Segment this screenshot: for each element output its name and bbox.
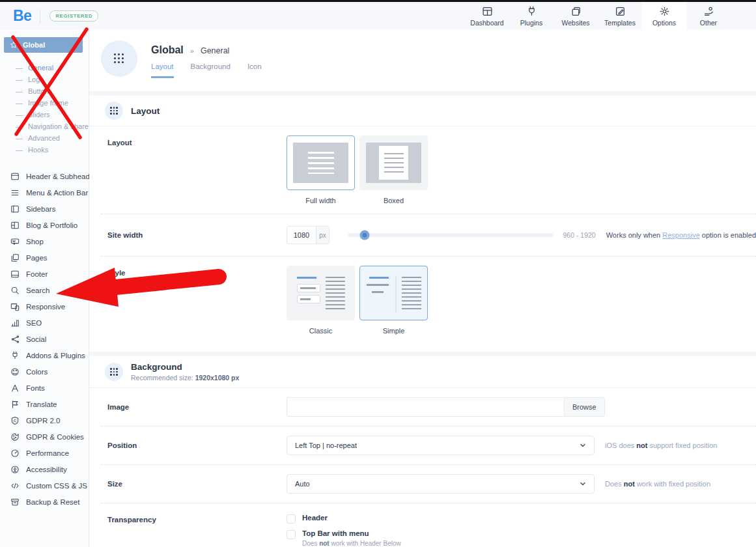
site-width-range: 960 - 1920 bbox=[563, 231, 595, 239]
seo-icon bbox=[10, 318, 20, 328]
checkbox-top-bar-with-menu[interactable]: Top Bar with menu Does not work with Hea… bbox=[287, 529, 756, 547]
sidebar-item-seo[interactable]: SEO bbox=[0, 315, 89, 331]
flag-icon bbox=[10, 400, 20, 409]
browse-button[interactable]: Browse bbox=[564, 397, 605, 417]
submenu-item-hooks[interactable]: —Hooks bbox=[16, 144, 89, 156]
style-field-row: Style bbox=[89, 257, 756, 352]
style-option-simple[interactable]: Simple bbox=[359, 266, 428, 335]
size-select[interactable]: Auto bbox=[287, 474, 595, 494]
cookie-icon bbox=[10, 432, 20, 442]
sidebar-item-search[interactable]: Search bbox=[0, 282, 89, 298]
submenu-item-logo[interactable]: —Logo bbox=[16, 74, 89, 85]
grid-dots-icon bbox=[110, 368, 118, 376]
submenu-item-button[interactable]: —Button bbox=[16, 85, 89, 97]
checkbox-box[interactable] bbox=[287, 530, 296, 539]
layout-option-full-width[interactable]: Full width bbox=[287, 135, 355, 204]
field-label: Position bbox=[107, 442, 287, 449]
page-title: Global bbox=[151, 44, 184, 56]
submenu-item-image-frame[interactable]: —Image frame bbox=[16, 97, 89, 109]
sidebar-item-addons-plugins[interactable]: Addons & Plugins bbox=[0, 347, 89, 363]
site-width-input[interactable] bbox=[287, 227, 316, 244]
sidebar-item-header-subheader[interactable]: Header & Subheader bbox=[0, 168, 89, 184]
plug-icon bbox=[10, 351, 20, 360]
nav-tab-dashboard[interactable]: Dashboard bbox=[465, 2, 509, 30]
sidebar-item-footer[interactable]: Footer bbox=[0, 266, 89, 282]
archive-icon bbox=[10, 498, 20, 507]
sidebar-item-gdpr-cookies[interactable]: GDPR & Cookies bbox=[0, 428, 89, 445]
site-width-slider[interactable] bbox=[348, 233, 553, 237]
background-section-header: Background Recommended size: 1920x1080 p… bbox=[89, 356, 756, 388]
websites-icon bbox=[570, 6, 581, 17]
sidebar-item-backup-reset[interactable]: Backup & Reset bbox=[0, 494, 89, 510]
breadcrumb-current: General bbox=[201, 46, 229, 55]
transparency-field-row: Transparency Header Top Bar with menu Do… bbox=[89, 503, 756, 547]
woocommerce-icon bbox=[10, 237, 20, 246]
submenu-item-general[interactable]: —General bbox=[16, 62, 89, 74]
layout-section: Layout Layout Full width Boxed bbox=[89, 96, 756, 352]
dashboard-icon bbox=[482, 6, 493, 17]
checkbox-box[interactable] bbox=[287, 514, 296, 524]
main-content: Global » General Layout Background Icon … bbox=[89, 30, 756, 547]
checkbox-header[interactable]: Header bbox=[287, 514, 756, 524]
submenu-item-navigation-share[interactable]: —Navigation & share bbox=[16, 120, 89, 132]
search-icon bbox=[10, 286, 20, 295]
sidebar-item-colors[interactable]: Colors bbox=[0, 363, 89, 380]
logo-divider bbox=[40, 9, 40, 23]
sidebar-item-blog-portfolio[interactable]: Blog & Portfolio bbox=[0, 217, 89, 233]
breadcrumb: Global » General bbox=[151, 44, 262, 56]
options-icon bbox=[659, 6, 670, 17]
nav-tab-options[interactable]: Options bbox=[642, 2, 686, 30]
section-subtitle: Recommended size: 1920x1080 px bbox=[131, 374, 239, 382]
registered-badge: REGISTERED bbox=[49, 10, 98, 21]
sidebar-item-performance[interactable]: Performance bbox=[0, 445, 89, 461]
position-select[interactable]: Left Top | no-repeat bbox=[287, 436, 595, 455]
site-width-field-row: Site width px 960 - 1920 Works only when… bbox=[89, 214, 756, 256]
header-subheader-icon bbox=[10, 172, 20, 181]
sidebar-item-custom-css-js[interactable]: Custom CSS & JS bbox=[0, 477, 89, 494]
tab-icon[interactable]: Icon bbox=[247, 63, 262, 78]
breadcrumb-separator: » bbox=[190, 47, 194, 55]
tab-layout[interactable]: Layout bbox=[151, 63, 174, 78]
sidebar-item-fonts[interactable]: Fonts bbox=[0, 380, 89, 396]
accessibility-icon bbox=[10, 465, 20, 474]
page-header: Global » General Layout Background Icon bbox=[89, 30, 756, 91]
nav-tab-plugins[interactable]: Plugins bbox=[509, 2, 553, 30]
sidebar-item-shop[interactable]: Shop bbox=[0, 233, 89, 249]
site-width-note: Works only when Responsive option is ena… bbox=[606, 231, 756, 239]
nav-tab-templates[interactable]: Templates bbox=[598, 2, 642, 30]
sidebar-menu: Header & Subheader Menu & Action Bar Sid… bbox=[0, 162, 89, 510]
templates-icon bbox=[615, 6, 626, 17]
checkbox-note: Does not work with Header Below bbox=[302, 540, 401, 547]
image-field-row: Image Browse bbox=[89, 388, 756, 426]
background-image-input[interactable] bbox=[287, 397, 564, 417]
nav-tab-websites[interactable]: Websites bbox=[553, 2, 598, 30]
sidebar-item-sidebars[interactable]: Sidebars bbox=[0, 201, 89, 217]
layout-option-boxed[interactable]: Boxed bbox=[359, 135, 428, 204]
sidebar-item-accessibility[interactable]: Accessibility bbox=[0, 461, 89, 477]
slider-handle[interactable] bbox=[359, 231, 369, 240]
sidebar-item-pages[interactable]: Pages bbox=[0, 249, 89, 266]
position-note: iOS does not support fixed position bbox=[605, 442, 717, 449]
chevron-down-icon bbox=[580, 442, 586, 449]
sidebar-item-responsive[interactable]: Responsive bbox=[0, 298, 89, 315]
grid-dots-icon bbox=[110, 107, 118, 115]
tab-background[interactable]: Background bbox=[191, 63, 231, 78]
nav-tab-other[interactable]: Other bbox=[686, 2, 731, 30]
sidebar-item-translate[interactable]: Translate bbox=[0, 396, 89, 412]
sidebar-item-gdpr-2[interactable]: GDPR 2.0 bbox=[0, 412, 89, 428]
palette-icon bbox=[10, 367, 20, 376]
responsive-link[interactable]: Responsive bbox=[662, 231, 699, 239]
field-label: Site width bbox=[107, 231, 287, 239]
size-field-row: Size Auto Does not work with fixed posit… bbox=[89, 465, 756, 503]
sidebar-item-global[interactable]: Global bbox=[4, 37, 83, 53]
app-header: Be REGISTERED Dashboard Plugins Websites… bbox=[0, 2, 756, 30]
submenu-item-sliders[interactable]: —Sliders bbox=[16, 109, 89, 120]
boxed-thumbnail bbox=[366, 143, 421, 183]
sidebar-item-social[interactable]: Social bbox=[0, 331, 89, 347]
betheme-logo[interactable]: Be bbox=[13, 7, 31, 25]
layout-field-row: Layout Full width Boxed bbox=[89, 126, 756, 214]
submenu-item-advanced[interactable]: —Advanced bbox=[16, 132, 89, 144]
background-section: Background Recommended size: 1920x1080 p… bbox=[89, 356, 756, 547]
style-option-classic[interactable]: Classic bbox=[287, 266, 355, 335]
sidebar-item-menu-action-bar[interactable]: Menu & Action Bar bbox=[0, 184, 89, 201]
